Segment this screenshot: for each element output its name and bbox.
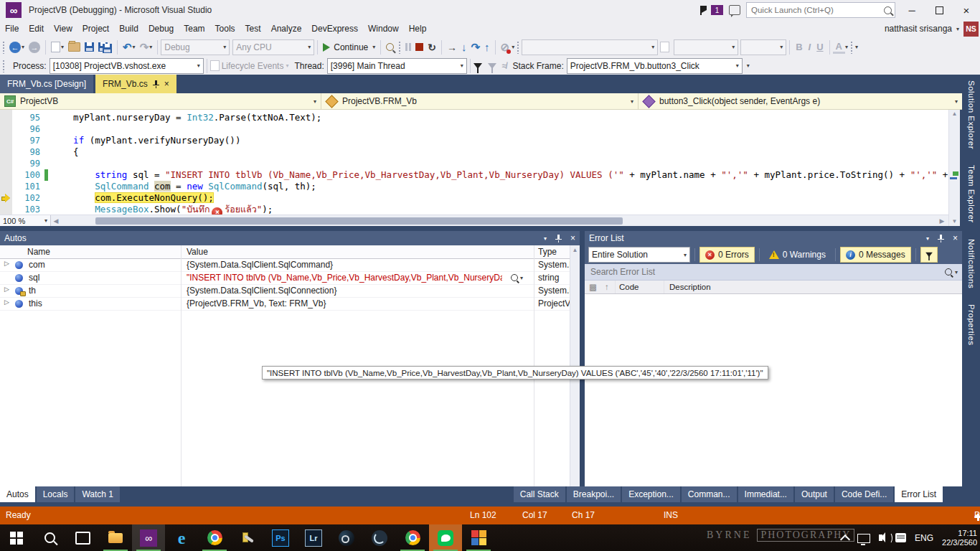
- editor-vertical-scrollbar[interactable]: ▲ ▼: [948, 110, 960, 226]
- stop-debugging-button[interactable]: [413, 39, 425, 55]
- menu-window[interactable]: Window: [363, 20, 404, 37]
- redo-button[interactable]: ↷▾: [138, 39, 155, 55]
- save-button[interactable]: [83, 39, 96, 55]
- project-dropdown[interactable]: C# ProjectVB ▾: [0, 93, 321, 109]
- menu-debug[interactable]: Debug: [143, 20, 179, 37]
- text-visualizer-icon[interactable]: ▾: [511, 274, 523, 281]
- minimize-button[interactable]: ─: [901, 1, 923, 19]
- break-all-button[interactable]: [403, 39, 413, 55]
- messages-filter-button[interactable]: i0 Messages: [840, 247, 911, 263]
- code-line-100[interactable]: 100 string sql = "INSERT INTO tblVb (Vb_…: [0, 169, 948, 181]
- close-tab-icon[interactable]: ×: [164, 80, 169, 88]
- visual-studio-icon[interactable]: ∞: [132, 524, 165, 551]
- error-scope-select[interactable]: Entire Solution▾: [588, 247, 690, 263]
- variable-value[interactable]: {ProjectVB.FRM_Vb, Text: FRM_Vb}: [187, 298, 502, 310]
- navigate-back-button[interactable]: ←▾: [7, 39, 27, 55]
- toolbar-overflow-3-icon[interactable]: ▾: [855, 44, 858, 50]
- code-line-103[interactable]: 103 MessageBox.Show("บันทึก×ร้อยแล้ว");: [0, 204, 948, 215]
- restart-button[interactable]: ↻: [425, 39, 438, 55]
- error-list-title-bar[interactable]: Error List ▾ ×: [585, 231, 962, 245]
- window-position-caret-icon[interactable]: ▾: [544, 235, 547, 242]
- tool-tab-autos[interactable]: Autos: [0, 486, 35, 502]
- code-line-97[interactable]: 97 if (myPlant.verifyNurseryDay()): [0, 135, 948, 146]
- solution-platform-select[interactable]: Any CPU▾: [232, 39, 314, 55]
- tool-tab-code-defi-[interactable]: Code Defi...: [835, 486, 893, 502]
- autos-row-com[interactable]: ▷com{System.Data.SqlClient.SqlCommand}Sy…: [0, 259, 580, 272]
- code-line-99[interactable]: 99: [0, 158, 948, 169]
- menu-help[interactable]: Help: [404, 20, 432, 37]
- tool-tab-watch-1[interactable]: Watch 1: [75, 486, 120, 502]
- tab-frm-vb-code[interactable]: FRM_Vb.cs ×: [95, 75, 176, 93]
- expand-icon[interactable]: ▷: [4, 298, 9, 306]
- side-tab-solution-explorer[interactable]: Solution Explorer: [967, 80, 976, 149]
- column-type[interactable]: Type: [538, 245, 557, 258]
- code-editor[interactable]: 95 myPlant.nurseryDay = Int32.Parse(txtN…: [0, 110, 948, 215]
- editor-horizontal-scrollbar[interactable]: 100 %▾ ◀ ▶: [0, 215, 948, 226]
- code-line-95[interactable]: 95 myPlant.nurseryDay = Int32.Parse(txtN…: [0, 112, 948, 123]
- open-file-button[interactable]: [66, 39, 83, 55]
- menu-test[interactable]: Test: [240, 20, 266, 37]
- menu-devexpress[interactable]: DevExpress: [306, 20, 363, 37]
- error-list-pin-icon[interactable]: [938, 235, 944, 242]
- steam-icon[interactable]: [330, 524, 363, 551]
- search-button[interactable]: [33, 524, 66, 551]
- code-line-101[interactable]: 101 SqlCommand com = new SqlCommand(sql,…: [0, 181, 948, 192]
- notification-center-icon[interactable]: [895, 533, 906, 542]
- scroll-right-icon[interactable]: ▶: [937, 217, 947, 225]
- tool-tab-comman-[interactable]: Comman...: [682, 486, 737, 502]
- hex-toggle-button[interactable]: ⊘: [499, 39, 512, 55]
- warnings-filter-button[interactable]: 0 Warnings: [764, 248, 831, 262]
- errors-filter-button[interactable]: ×0 Errors: [699, 247, 755, 263]
- menu-tools[interactable]: Tools: [210, 20, 240, 37]
- side-tab-team-explorer[interactable]: Team Explorer: [967, 165, 976, 223]
- menu-analyze[interactable]: Analyze: [266, 20, 307, 37]
- window-position-caret-icon[interactable]: ▾: [926, 235, 929, 242]
- column-name[interactable]: Name: [27, 245, 50, 258]
- member-dropdown[interactable]: button3_Click(object sender, EventArgs e…: [639, 93, 962, 109]
- step-out-button[interactable]: ↑: [482, 39, 492, 55]
- error-list-close-icon[interactable]: ×: [953, 233, 958, 243]
- error-list-search[interactable]: ▾: [585, 264, 962, 281]
- chrome-icon[interactable]: [198, 524, 231, 551]
- daemon-tools-icon[interactable]: [363, 524, 396, 551]
- code-line-102[interactable]: 102 com.ExecuteNonQuery();: [0, 192, 948, 204]
- chrome-2-icon[interactable]: [396, 524, 429, 551]
- menu-file[interactable]: File: [0, 20, 24, 37]
- scroll-left-icon[interactable]: ◀: [51, 217, 61, 225]
- close-button[interactable]: ×: [956, 1, 977, 19]
- editor-zoom-select[interactable]: 100 %▾: [0, 215, 51, 226]
- start-button[interactable]: [0, 524, 33, 551]
- menu-edit[interactable]: Edit: [24, 20, 49, 37]
- autos-title-bar[interactable]: Autos ▾ ×: [0, 231, 580, 245]
- menu-project[interactable]: Project: [77, 20, 114, 37]
- volume-icon[interactable]: [879, 534, 882, 541]
- continue-button[interactable]: Continue▾: [321, 39, 377, 55]
- variable-value[interactable]: "INSERT INTO tblVb (Vb_Name,Vb_Price,Vb_…: [187, 272, 502, 284]
- photos-icon[interactable]: [462, 524, 495, 551]
- navigate-forward-button[interactable]: →: [27, 39, 42, 55]
- menu-team[interactable]: Team: [179, 20, 209, 37]
- tool-tab-call-stack[interactable]: Call Stack: [514, 486, 565, 502]
- autos-pin-icon[interactable]: [555, 235, 562, 242]
- column-value[interactable]: Value: [187, 245, 208, 258]
- toolbar-overflow-icon[interactable]: ▾: [512, 44, 514, 50]
- filter-threads-icon[interactable]: [473, 63, 482, 69]
- step-over-button[interactable]: ↷: [469, 39, 483, 55]
- error-search-input[interactable]: [589, 266, 945, 278]
- code-line-98[interactable]: 98 {: [0, 146, 948, 158]
- user-avatar[interactable]: NS: [963, 22, 979, 37]
- lightroom-icon[interactable]: Lr: [297, 524, 330, 551]
- quick-launch-input[interactable]: [750, 5, 884, 15]
- find-in-files-button[interactable]: [384, 39, 396, 55]
- thread-select[interactable]: [3996] Main Thread▾: [327, 58, 467, 74]
- clock[interactable]: 17:11 22/3/2560: [942, 529, 977, 547]
- file-explorer-icon[interactable]: [99, 524, 132, 551]
- side-tab-notifications[interactable]: Notifications: [967, 239, 976, 288]
- column-description[interactable]: Description: [669, 281, 711, 293]
- column-code[interactable]: Code: [619, 281, 639, 293]
- notification-count-badge[interactable]: 1: [711, 5, 723, 15]
- autos-row-sql[interactable]: sql"INSERT INTO tblVb (Vb_Name,Vb_Price,…: [0, 272, 580, 285]
- new-file-button[interactable]: ▾: [49, 39, 66, 55]
- expand-icon[interactable]: ▷: [4, 260, 9, 267]
- photoshop-icon[interactable]: Ps: [264, 524, 297, 551]
